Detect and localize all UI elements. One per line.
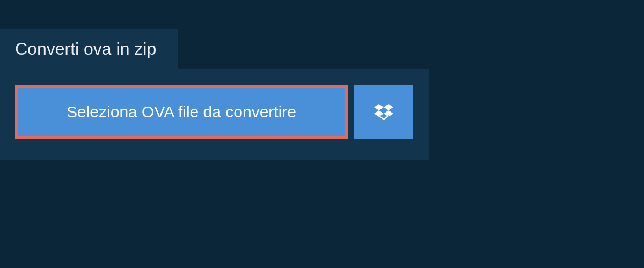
dropbox-button[interactable]	[354, 85, 413, 139]
tab-bar: Converti ova in zip	[0, 0, 644, 69]
conversion-panel: Seleziona OVA file da convertire	[0, 69, 429, 160]
tab-convert[interactable]: Converti ova in zip	[0, 29, 178, 69]
select-file-label: Seleziona OVA file da convertire	[67, 103, 296, 121]
button-row: Seleziona OVA file da convertire	[15, 85, 414, 139]
select-file-button[interactable]: Seleziona OVA file da convertire	[15, 85, 348, 139]
tab-label: Converti ova in zip	[15, 39, 156, 58]
dropbox-icon	[374, 102, 393, 122]
